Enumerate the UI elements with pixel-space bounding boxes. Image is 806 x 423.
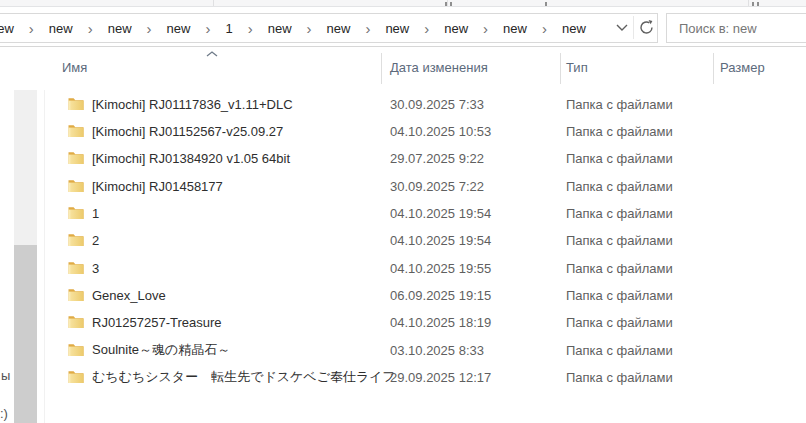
file-date-modified: 03.10.2025 8:33 — [390, 342, 484, 357]
breadcrumb-separator-icon: › — [248, 21, 253, 36]
explorer-window: new›new›new›new›1›new›new›new›new›new›ne… — [0, 0, 806, 423]
file-name: [Kimochi] RJ01117836_v1.11+DLC — [92, 96, 293, 111]
file-name: Genex_Love — [92, 288, 166, 303]
breadcrumb-item[interactable]: new — [165, 21, 193, 36]
file-date-modified: 30.09.2025 7:22 — [390, 178, 484, 193]
file-date-modified: 04.10.2025 19:55 — [390, 260, 491, 275]
ribbon-group-divider — [213, 0, 214, 6]
chevron-down-icon — [616, 24, 628, 31]
breadcrumb-item[interactable]: new — [325, 21, 353, 36]
breadcrumb-item[interactable]: 1 — [223, 21, 234, 36]
column-headers: ИмяДата измененияТипРазмер — [0, 47, 806, 90]
file-row[interactable]: 2 04.10.2025 19:54 Папка с файлами — [0, 227, 806, 254]
file-type: Папка с файлами — [566, 151, 673, 166]
breadcrumb-separator-icon: › — [147, 21, 152, 36]
folder-icon — [68, 206, 84, 220]
file-row[interactable]: RJ01257257-Treasure 04.10.2025 18:19 Пап… — [0, 309, 806, 336]
file-type: Папка с файлами — [566, 206, 673, 221]
address-toolbar: new›new›new›new›1›new›new›new›new›new›ne… — [0, 7, 806, 47]
breadcrumb-item[interactable]: new — [266, 21, 294, 36]
file-type: Папка с файлами — [566, 178, 673, 193]
ribbon-group-divider — [447, 0, 448, 6]
address-dropdown-button[interactable] — [612, 13, 632, 41]
file-type: Папка с файлами — [566, 370, 673, 385]
address-bar-divider — [633, 16, 634, 39]
breadcrumb-separator-icon: › — [424, 21, 429, 36]
file-row[interactable]: むちむちシスター 転生先でドスケベご奉仕ライフ 29.09.2025 12:17… — [0, 363, 806, 390]
breadcrumb-item[interactable]: new — [106, 21, 134, 36]
ribbon-label-fragment — [757, 2, 759, 6]
file-row[interactable]: 3 04.10.2025 19:55 Папка с файлами — [0, 254, 806, 281]
breadcrumb: new›new›new›new›1›new›new›new›new›new›ne… — [0, 21, 588, 36]
file-type: Папка с файлами — [566, 288, 673, 303]
file-row[interactable]: 1 04.10.2025 19:54 Папка с файлами — [0, 199, 806, 226]
file-row[interactable]: Genex_Love 06.09.2025 19:15 Папка с файл… — [0, 281, 806, 308]
breadcrumb-item[interactable]: new — [383, 21, 411, 36]
breadcrumb-separator-icon: › — [542, 21, 547, 36]
file-date-modified: 04.10.2025 19:54 — [390, 206, 491, 221]
folder-icon — [68, 343, 84, 357]
file-type: Папка с файлами — [566, 233, 673, 248]
ribbon-group-divider — [748, 0, 749, 6]
file-name: 1 — [92, 206, 99, 221]
file-row[interactable]: [Kimochi] RJ01384920 v1.05 64bit 29.07.2… — [0, 145, 806, 172]
file-type: Папка с файлами — [566, 96, 673, 111]
file-date-modified: 29.07.2025 9:22 — [390, 151, 484, 166]
file-name: [Kimochi] RJ01458177 — [92, 178, 223, 193]
breadcrumb-separator-icon: › — [205, 21, 210, 36]
file-type: Папка с файлами — [566, 315, 673, 330]
file-name: [Kimochi] RJ01384920 v1.05 64bit — [92, 151, 290, 166]
breadcrumb-separator-icon: › — [307, 21, 312, 36]
address-bar[interactable]: new›new›new›new›1›new›new›new›new›new›ne… — [0, 13, 658, 43]
breadcrumb-separator-icon: › — [365, 21, 370, 36]
column-header-type[interactable]: Тип — [566, 60, 588, 75]
folder-icon — [68, 261, 84, 275]
file-type: Папка с файлами — [566, 124, 673, 139]
column-header-modified[interactable]: Дата изменения — [390, 60, 488, 75]
ribbon-label-fragment — [545, 2, 547, 6]
column-header-size[interactable]: Размер — [720, 60, 765, 75]
breadcrumb-separator-icon: › — [483, 21, 488, 36]
column-divider — [381, 53, 382, 84]
file-row[interactable]: [Kimochi] RJ01117836_v1.11+DLC 30.09.202… — [0, 90, 806, 117]
file-type: Папка с файлами — [566, 342, 673, 357]
file-row[interactable]: [Kimochi] RJ01458177 30.09.2025 7:22 Пап… — [0, 172, 806, 199]
search-input[interactable] — [677, 14, 801, 42]
file-row[interactable]: Soulnite～魂の精晶石～ 03.10.2025 8:33 Папка с … — [0, 336, 806, 363]
file-list: [Kimochi] RJ01117836_v1.11+DLC 30.09.202… — [0, 90, 806, 391]
file-date-modified: 04.10.2025 18:19 — [390, 315, 491, 330]
folder-icon — [68, 233, 84, 247]
search-box — [666, 13, 806, 43]
ribbon-label-fragment — [450, 2, 452, 6]
file-type: Папка с файлами — [566, 260, 673, 275]
file-date-modified: 04.10.2025 19:54 — [390, 233, 491, 248]
file-date-modified: 30.09.2025 7:33 — [390, 96, 484, 111]
refresh-icon — [638, 19, 655, 36]
breadcrumb-item[interactable]: new — [442, 21, 470, 36]
breadcrumb-item[interactable]: new — [47, 21, 75, 36]
column-header-name[interactable]: Имя — [62, 60, 87, 75]
file-date-modified: 06.09.2025 19:15 — [390, 288, 491, 303]
ribbon-label-fragment — [752, 2, 754, 6]
breadcrumb-separator-icon: › — [88, 21, 93, 36]
breadcrumb-item[interactable]: new — [501, 21, 529, 36]
file-name: [Kimochi] RJ01152567-v25.09.27 — [92, 124, 283, 139]
folder-icon — [68, 288, 84, 302]
file-name: Soulnite～魂の精晶石～ — [92, 341, 230, 359]
file-date-modified: 04.10.2025 10:53 — [390, 124, 491, 139]
ribbon-remnant — [0, 0, 806, 7]
breadcrumb-item[interactable]: new — [560, 21, 588, 36]
column-divider — [560, 53, 561, 84]
file-name: 3 — [92, 260, 99, 275]
folder-icon — [68, 124, 84, 138]
file-name: 2 — [92, 233, 99, 248]
folder-icon — [68, 179, 84, 193]
file-name: むちむちシスター 転生先でドスケベご奉仕ライフ — [92, 368, 396, 386]
nav-pane-label-fragment: :) — [0, 406, 8, 421]
file-row[interactable]: [Kimochi] RJ01152567-v25.09.27 04.10.202… — [0, 117, 806, 144]
refresh-button[interactable] — [635, 13, 657, 41]
file-name: RJ01257257-Treasure — [92, 315, 222, 330]
file-date-modified: 29.09.2025 12:17 — [390, 370, 491, 385]
ribbon-label-fragment — [445, 2, 447, 6]
breadcrumb-item[interactable]: new — [0, 21, 16, 36]
